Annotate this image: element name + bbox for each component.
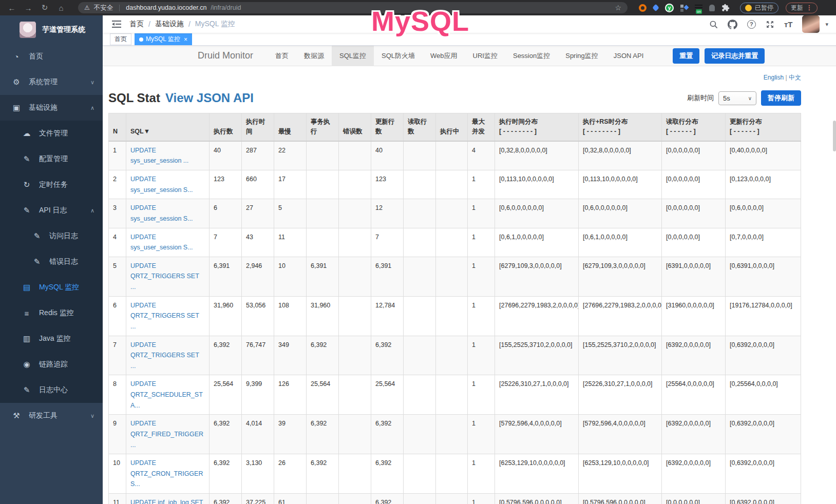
fullscreen-icon[interactable]: [766, 20, 774, 29]
column-header-read-dist[interactable]: 读取行分布[ - - - - - - ]: [662, 113, 726, 141]
breadcrumb-item[interactable]: 基础设施: [155, 20, 184, 29]
cell-errors: [339, 199, 371, 228]
app-logo-row[interactable]: 芋道管理系统: [0, 15, 103, 44]
gray-extension-icon[interactable]: [709, 5, 715, 11]
scrollbar-thumb[interactable]: [833, 121, 836, 151]
puzzle-extensions-icon[interactable]: [721, 4, 730, 12]
column-header-exec-count[interactable]: 执行数: [210, 113, 242, 141]
column-header-exec-rs-dist[interactable]: 执行+RS时分布[ - - - - - - - - ]: [579, 113, 662, 141]
sidebar-item-infrastructure[interactable]: ▣基础设施∧: [0, 95, 103, 121]
back-icon[interactable]: ←: [5, 4, 18, 12]
sidebar-item-java-monitor[interactable]: ▥Java 监控: [0, 326, 103, 352]
column-header-sql[interactable]: SQL▼: [126, 113, 210, 141]
sql-link[interactable]: UPDATE QRTZ_TRIGGERS SET ...: [130, 341, 199, 370]
cell-running: [436, 141, 468, 170]
sql-link[interactable]: UPDATE QRTZ_SCHEDULER_STA...: [130, 380, 203, 409]
update-browser-button[interactable]: 更新 ⋮: [786, 3, 818, 13]
sidebar-item-dev-tools[interactable]: ⚒研发工具∨: [0, 403, 103, 429]
druid-nav-item[interactable]: 首页: [268, 46, 296, 66]
refresh-interval-select[interactable]: 5s ∨: [718, 91, 756, 105]
column-header-exec-time[interactable]: 执行时间: [242, 113, 274, 141]
sql-link[interactable]: UPDATE inf_job_log SET e...: [130, 499, 203, 504]
user-avatar[interactable]: [802, 15, 820, 33]
druid-nav-item[interactable]: Web应用: [423, 46, 465, 66]
sidebar-item-log-center[interactable]: ✎日志中心: [0, 377, 103, 403]
log-and-reset-button[interactable]: 记录日志并重置: [705, 48, 765, 64]
column-header-exec-time-dist[interactable]: 执行时间分布[ - - - - - - - - ]: [495, 113, 579, 141]
sidebar-item-label: Redis 监控: [39, 308, 74, 318]
table-row: 10UPDATE QRTZ_CRON_TRIGGERS...6,3923,130…: [109, 454, 801, 494]
bookmark-star-icon[interactable]: ☆: [615, 4, 621, 12]
druid-nav-item[interactable]: URI监控: [465, 46, 505, 66]
column-header-slowest[interactable]: 最慢: [274, 113, 307, 141]
search-icon[interactable]: [709, 20, 718, 29]
breadcrumb-item[interactable]: 首页: [129, 20, 144, 29]
sidebar-item-trace[interactable]: ◉链路追踪: [0, 352, 103, 377]
sidebar-item-mysql-monitor[interactable]: ▤MySQL 监控: [0, 275, 103, 300]
tab-active[interactable]: MySQL 监控×: [135, 33, 192, 45]
sidebar-item-scheduled-tasks[interactable]: ↻定时任务: [0, 172, 103, 198]
column-header-running[interactable]: 执行中: [436, 113, 468, 141]
sidebar-item-config-management[interactable]: ✎配置管理: [0, 146, 103, 172]
address-bar[interactable]: ⚠ 不安全 dashboard.yudao.iocoder.cn/infra/d…: [78, 2, 628, 13]
sidebar-item-file-management[interactable]: ☁文件管理: [0, 121, 103, 146]
druid-nav-item[interactable]: Spring监控: [558, 46, 606, 66]
sql-link[interactable]: UPDATE sys_user_session S...: [130, 204, 193, 222]
column-header-tx-exec[interactable]: 事务执行: [307, 113, 339, 141]
column-header-n[interactable]: N: [109, 113, 126, 141]
close-tab-icon[interactable]: ×: [184, 36, 187, 43]
cell-update-rows: 6,392: [371, 454, 404, 494]
list-extension-icon[interactable]: on: [695, 5, 702, 11]
sidebar-item-system-management[interactable]: ⚙系统管理∨: [0, 69, 103, 95]
column-header-update-dist[interactable]: 更新行分布[ - - - - - - ]: [726, 113, 801, 141]
sidebar-item-api-logs[interactable]: ✎API 日志∧: [0, 198, 103, 223]
sql-link[interactable]: UPDATE sys_user_session S...: [130, 234, 193, 251]
help-icon[interactable]: ?: [747, 20, 756, 29]
sidebar-fold-icon[interactable]: [112, 20, 121, 28]
lang-link-中文[interactable]: 中文: [789, 74, 801, 81]
column-header-read-rows[interactable]: 读取行数: [404, 113, 436, 141]
column-header-max-concurrent[interactable]: 最大并发: [468, 113, 495, 141]
sidebar-item-home[interactable]: ◔首页: [0, 44, 103, 69]
github-icon[interactable]: [728, 20, 737, 29]
lang-link-english[interactable]: English: [764, 74, 784, 81]
donut-extension-icon[interactable]: [639, 4, 647, 12]
druid-nav-item[interactable]: SQL防火墙: [374, 46, 423, 66]
sql-link[interactable]: UPDATE sys_user_session S...: [130, 176, 193, 193]
font-size-icon[interactable]: тT: [784, 20, 793, 29]
sidebar-item-label: API 日志: [39, 206, 67, 215]
breadcrumb-item[interactable]: MySQL 监控: [195, 20, 235, 29]
paused-profile-button[interactable]: 已暂停: [740, 3, 778, 13]
green-extension-icon[interactable]: y: [665, 4, 674, 12]
column-header-update-rows[interactable]: 更新行数: [371, 113, 404, 141]
reload-icon[interactable]: ↻: [38, 3, 51, 12]
tab-item[interactable]: 首页: [110, 33, 131, 45]
grid-extension-icon[interactable]: [680, 4, 688, 12]
sql-link[interactable]: UPDATE QRTZ_FIRED_TRIGGER...: [130, 420, 203, 448]
druid-brand[interactable]: Druid Monitor: [198, 50, 253, 61]
sidebar-item-redis-monitor[interactable]: ≡Redis 监控: [0, 300, 103, 326]
druid-nav-item[interactable]: SQL监控: [332, 46, 374, 66]
view-json-api-link[interactable]: View JSON API: [165, 91, 254, 105]
security-label[interactable]: 不安全: [94, 4, 113, 12]
pause-refresh-button[interactable]: 暂停刷新: [761, 90, 801, 106]
sql-link[interactable]: UPDATE QRTZ_CRON_TRIGGERS...: [130, 459, 203, 488]
reset-button[interactable]: 重置: [673, 48, 699, 64]
sql-link[interactable]: UPDATE QRTZ_TRIGGERS SET ...: [130, 302, 199, 330]
sql-link[interactable]: UPDATE sys_user_session ...: [130, 147, 188, 165]
home-icon[interactable]: ⌂: [54, 4, 68, 12]
druid-nav-item[interactable]: 数据源: [296, 46, 332, 66]
druid-nav-item[interactable]: Session监控: [505, 46, 558, 66]
sql-link[interactable]: UPDATE QRTZ_TRIGGERS SET ...: [130, 262, 199, 290]
avatar-dropdown-icon[interactable]: ▾: [825, 21, 828, 28]
sidebar-item-label: 首页: [29, 52, 43, 61]
forward-icon[interactable]: →: [22, 4, 35, 12]
sidebar-item-error-logs[interactable]: ✎错误日志: [0, 249, 103, 275]
column-header-errors[interactable]: 错误数: [339, 113, 371, 141]
sidebar-item-access-logs[interactable]: ✎访问日志: [0, 223, 103, 249]
cell-exec-count: 6,392: [210, 336, 242, 375]
column-header-range: [ - - - - - - - - ]: [499, 127, 574, 137]
browser-menu-icon[interactable]: ⋮: [806, 4, 812, 11]
druid-nav-json-api[interactable]: JSON API: [606, 46, 652, 66]
kite-extension-icon[interactable]: [652, 4, 659, 11]
